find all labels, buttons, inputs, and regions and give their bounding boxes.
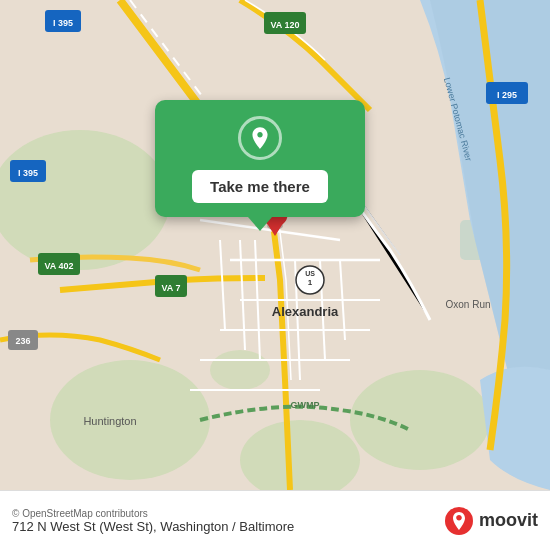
svg-text:VA 7: VA 7: [161, 283, 180, 293]
svg-text:I 295: I 295: [497, 90, 517, 100]
svg-text:VA 402: VA 402: [44, 261, 73, 271]
svg-text:1: 1: [308, 278, 313, 287]
copyright-text: © OpenStreetMap contributors: [12, 508, 294, 519]
svg-point-2: [350, 370, 490, 470]
moovit-label: moovit: [479, 510, 538, 531]
moovit-icon-svg: [445, 507, 473, 535]
moovit-logo[interactable]: moovit: [445, 507, 538, 535]
map-container: I 395 I 395 VA 120 VA 402 VA 7 US 1 I 29…: [0, 0, 550, 490]
svg-text:Oxon Run: Oxon Run: [445, 299, 490, 310]
svg-text:Alexandria: Alexandria: [272, 304, 339, 319]
bottom-left: © OpenStreetMap contributors 712 N West …: [12, 508, 294, 534]
svg-point-6: [210, 350, 270, 390]
svg-text:I 395: I 395: [18, 168, 38, 178]
svg-text:GWMP: GWMP: [291, 400, 320, 410]
take-me-there-button[interactable]: Take me there: [192, 170, 328, 203]
bottom-bar: © OpenStreetMap contributors 712 N West …: [0, 490, 550, 550]
address-text: 712 N West St (West St), Washington / Ba…: [12, 519, 294, 534]
svg-text:I 395: I 395: [53, 18, 73, 28]
svg-text:Huntington: Huntington: [83, 415, 136, 427]
popup-card: Take me there: [155, 100, 365, 217]
svg-text:US: US: [305, 270, 315, 277]
svg-text:VA 120: VA 120: [270, 20, 299, 30]
svg-text:236: 236: [15, 336, 30, 346]
location-icon-circle: [238, 116, 282, 160]
